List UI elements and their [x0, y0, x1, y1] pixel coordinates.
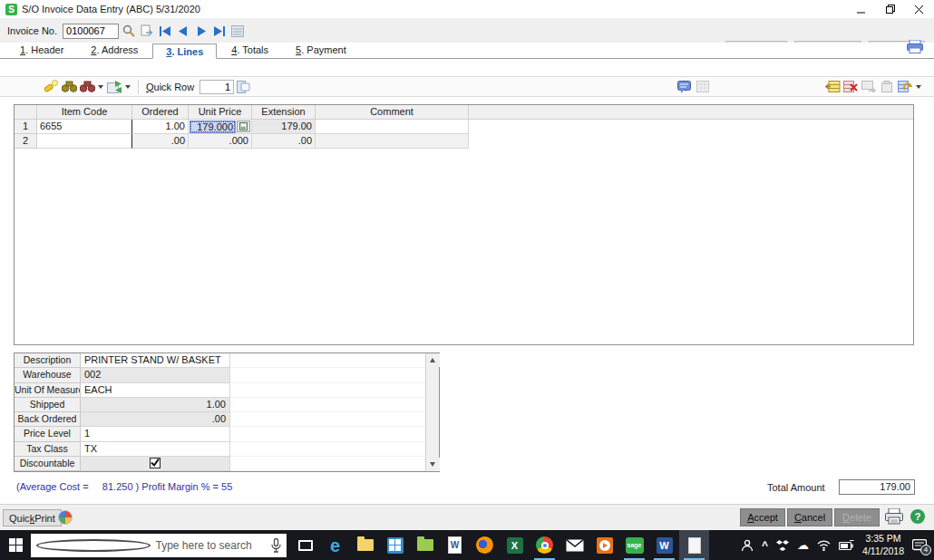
cell-item-code[interactable]: [37, 134, 132, 149]
show-hidden-icons-icon[interactable]: ^: [762, 540, 768, 551]
microphone-icon[interactable]: [271, 538, 281, 553]
detail-scrollbar[interactable]: [425, 353, 439, 471]
invoice-number-input[interactable]: [63, 24, 119, 39]
row-number[interactable]: 1: [15, 120, 37, 134]
print-listing-icon[interactable]: [907, 40, 923, 55]
memo-icon[interactable]: [229, 24, 246, 38]
cortana-icon: [36, 539, 151, 552]
scroll-down-icon[interactable]: [426, 458, 440, 471]
row-view-icon[interactable]: [235, 80, 251, 94]
onedrive-icon[interactable]: ☁: [797, 539, 809, 551]
excel-icon[interactable]: X: [500, 530, 530, 560]
previous-record-icon[interactable]: [175, 24, 191, 38]
tab-payment[interactable]: 5. Payment: [283, 43, 359, 58]
paste-rows-icon: [879, 80, 895, 94]
mail-icon[interactable]: [559, 530, 589, 560]
tab-totals[interactable]: 4. Totals: [219, 43, 281, 58]
comment-icon[interactable]: [676, 80, 693, 94]
insert-row-icon[interactable]: [824, 80, 841, 94]
description-value[interactable]: PRINTER STAND W/ BASKET: [81, 353, 230, 368]
col-header-item-code[interactable]: Item Code: [37, 105, 132, 120]
notepad-icon[interactable]: [679, 530, 709, 560]
invoice-no-label: Invoice No.: [7, 25, 57, 36]
edge-icon[interactable]: e: [320, 530, 350, 560]
cell-ordered[interactable]: 1.00: [132, 120, 189, 134]
checkbox-checked-icon[interactable]: [150, 458, 161, 468]
cell-ordered[interactable]: .00: [132, 134, 189, 149]
green-folder-icon[interactable]: [410, 530, 440, 560]
discountable-checkbox[interactable]: [81, 457, 230, 471]
cell-comment[interactable]: [316, 120, 469, 134]
row-number[interactable]: 2: [15, 134, 37, 149]
last-record-icon[interactable]: [211, 24, 228, 38]
next-number-icon[interactable]: [139, 24, 155, 38]
scroll-up-icon[interactable]: [426, 353, 440, 367]
action-center-icon[interactable]: 4: [912, 539, 927, 552]
search-placeholder: Type here to search: [156, 539, 267, 552]
word-document-icon[interactable]: W: [440, 530, 470, 560]
taskbar-search[interactable]: Type here to search: [31, 534, 287, 557]
delete-row-icon[interactable]: [842, 80, 859, 94]
col-header-extension[interactable]: Extension: [252, 105, 316, 120]
lines-grid: Item Code Ordered Unit Price Extension C…: [14, 104, 914, 345]
task-view-icon[interactable]: [290, 530, 320, 560]
word-icon[interactable]: W: [649, 530, 679, 560]
firefox-icon[interactable]: [470, 530, 500, 560]
windows-logo-icon: [9, 538, 23, 552]
start-button[interactable]: [0, 530, 31, 560]
microsoft-store-icon[interactable]: [380, 530, 410, 560]
tab-header[interactable]: 1. Header: [7, 43, 76, 58]
reset-rows-icon[interactable]: [897, 80, 913, 94]
quick-print-button[interactable]: Quick Print: [3, 509, 62, 526]
warehouse-value[interactable]: 002: [81, 368, 230, 382]
col-header-comment[interactable]: Comment: [316, 105, 469, 120]
minimize-button[interactable]: [847, 0, 876, 19]
price-level-value[interactable]: 1: [81, 427, 230, 441]
calculator-icon[interactable]: [237, 121, 250, 132]
wifi-icon[interactable]: [817, 540, 831, 551]
detail-row-warehouse: Warehouse 002: [15, 368, 425, 382]
cell-unit-price[interactable]: .000: [189, 134, 252, 149]
lookup-icon[interactable]: [121, 24, 137, 38]
grid-options-icon[interactable]: [106, 80, 122, 94]
shipped-value[interactable]: 1.00: [81, 398, 230, 412]
taskbar-clock[interactable]: 3:35 PM 4/11/2018: [862, 533, 904, 556]
tab-address[interactable]: 2. Address: [78, 43, 151, 58]
detail-row-back-ordered: Back Ordered .00: [15, 412, 425, 427]
first-record-icon[interactable]: [157, 24, 173, 38]
quick-row-input[interactable]: [199, 80, 234, 94]
help-icon[interactable]: ?: [910, 509, 925, 524]
find-dropdown-caret-icon[interactable]: [98, 85, 103, 89]
options-dropdown-caret-icon[interactable]: [125, 85, 131, 89]
accept-button[interactable]: Accept: [740, 508, 785, 526]
file-explorer-icon[interactable]: [350, 530, 380, 560]
tax-class-value[interactable]: TX: [81, 442, 230, 457]
next-record-icon[interactable]: [193, 24, 209, 38]
battery-icon[interactable]: [839, 540, 854, 550]
chrome-icon[interactable]: [530, 530, 559, 560]
col-header-ordered[interactable]: Ordered: [132, 105, 189, 120]
delete-button[interactable]: Delete: [834, 508, 880, 526]
cell-item-code[interactable]: 6655: [37, 120, 132, 134]
cell-unit-price[interactable]: 179.000: [189, 120, 252, 134]
reset-dropdown-caret-icon[interactable]: [916, 85, 921, 89]
find-binoculars-icon[interactable]: [61, 80, 77, 94]
task-center-icon[interactable]: [58, 510, 73, 525]
dropbox-icon[interactable]: [776, 540, 789, 551]
close-button[interactable]: [905, 0, 934, 19]
cancel-button[interactable]: Cancel: [787, 508, 832, 526]
cell-comment[interactable]: [316, 134, 469, 149]
maximize-button[interactable]: [876, 0, 905, 19]
copy-rows-icon: [861, 80, 877, 94]
item-flashlight-icon[interactable]: [43, 80, 59, 94]
find-row-binoculars-icon[interactable]: [79, 80, 95, 94]
tab-bar: 1. Header 2. Address 3. Lines 4. Totals …: [0, 43, 934, 59]
movies-tv-icon[interactable]: [589, 530, 619, 560]
unit-price-selected-value[interactable]: 179.000: [190, 121, 236, 133]
print-icon[interactable]: [885, 508, 903, 526]
people-icon[interactable]: [741, 539, 754, 552]
tab-lines[interactable]: 3. Lines: [152, 43, 217, 59]
unit-of-measure-value[interactable]: EACH: [81, 383, 230, 398]
col-header-unit-price[interactable]: Unit Price: [189, 105, 252, 120]
sage-icon[interactable]: sage: [619, 530, 649, 560]
